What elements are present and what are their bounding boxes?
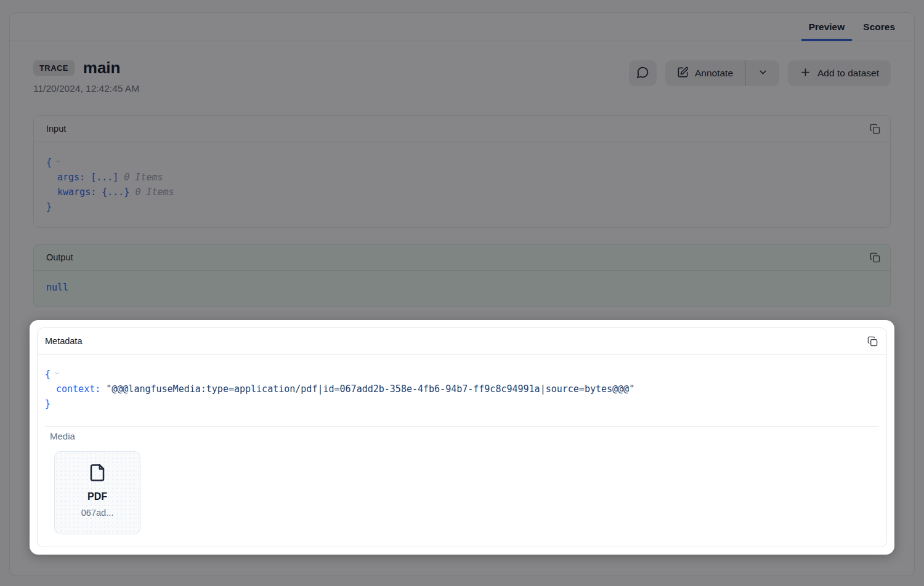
metadata-panel-body: { context:"@@@langfuseMedia:type=applica… xyxy=(38,355,886,547)
trace-type-badge: TRACE xyxy=(33,60,75,76)
copy-icon[interactable] xyxy=(866,335,879,348)
json-row: args:[...]0 Items xyxy=(46,170,878,185)
chevron-down-icon xyxy=(758,67,768,80)
trace-timestamp: 11/20/2024, 12:42:45 AM xyxy=(33,83,139,94)
tab-bar: Preview Scores xyxy=(10,13,914,41)
input-panel: Input { args:[...]0 Items kwargs:{...}0 … xyxy=(33,115,891,228)
file-icon xyxy=(88,464,107,484)
copy-icon[interactable] xyxy=(869,122,881,135)
metadata-panel-title: Metadata xyxy=(45,336,82,346)
trace-title-block: TRACE main 11/20/2024, 12:42:45 AM xyxy=(33,58,139,94)
metadata-spotlight: Metadata { context:"@@@langfuseMedia:typ… xyxy=(30,320,894,555)
trace-actions: Annotate Add to dataset xyxy=(629,60,891,86)
media-section: Media PDF 067ad... xyxy=(45,426,879,534)
output-panel-header: Output xyxy=(34,244,890,271)
trace-name: main xyxy=(83,58,121,78)
media-file-type: PDF xyxy=(87,491,107,502)
annotate-button-label: Annotate xyxy=(695,68,733,79)
tab-scores[interactable]: Scores xyxy=(854,13,904,41)
output-panel-title: Output xyxy=(46,252,73,262)
trace-header: TRACE main 11/20/2024, 12:42:45 AM xyxy=(33,58,891,94)
json-collapse-icon[interactable] xyxy=(55,155,62,169)
json-row: context:"@@@langfuseMedia:type=applicati… xyxy=(45,382,879,396)
annotate-button[interactable]: Annotate xyxy=(665,60,745,86)
square-pen-icon xyxy=(677,66,689,81)
json-collapse-icon[interactable] xyxy=(54,366,60,381)
media-pdf-card[interactable]: PDF 067ad... xyxy=(54,451,140,534)
plus-icon xyxy=(800,66,811,81)
tab-preview-label: Preview xyxy=(809,22,845,33)
annotate-split-button: Annotate xyxy=(665,60,779,86)
tab-scores-label: Scores xyxy=(863,22,895,33)
trace-content: TRACE main 11/20/2024, 12:42:45 AM xyxy=(10,41,914,555)
message-circle-icon xyxy=(636,66,649,81)
add-to-dataset-button[interactable]: Add to dataset xyxy=(788,60,891,86)
json-row: kwargs:{...}0 Items xyxy=(46,185,878,199)
media-section-label: Media xyxy=(45,431,879,441)
trace-detail-window: Preview Scores TRACE main 11/20/2024, 12… xyxy=(9,12,915,576)
input-panel-header: Input xyxy=(34,116,890,142)
copy-icon[interactable] xyxy=(869,251,881,264)
metadata-json-viewer: { context:"@@@langfuseMedia:type=applica… xyxy=(45,366,879,411)
langfuse-media-reference: "@@@langfuseMedia:type=application/pdf|i… xyxy=(106,383,634,395)
output-panel: Output null xyxy=(33,244,891,307)
comment-button[interactable] xyxy=(629,60,657,86)
output-json-viewer: null xyxy=(34,271,890,307)
media-file-id: 067ad... xyxy=(81,508,113,518)
output-null-value: null xyxy=(46,282,68,293)
tab-preview[interactable]: Preview xyxy=(800,13,854,41)
add-to-dataset-label: Add to dataset xyxy=(817,68,879,79)
annotate-dropdown-button[interactable] xyxy=(746,60,779,86)
input-json-viewer: { args:[...]0 Items kwargs:{...}0 Items … xyxy=(34,142,890,227)
active-tab-indicator xyxy=(801,39,853,41)
metadata-panel-header: Metadata xyxy=(38,328,886,355)
metadata-panel: Metadata { context:"@@@langfuseMedia:typ… xyxy=(37,327,887,547)
input-panel-title: Input xyxy=(46,124,66,134)
